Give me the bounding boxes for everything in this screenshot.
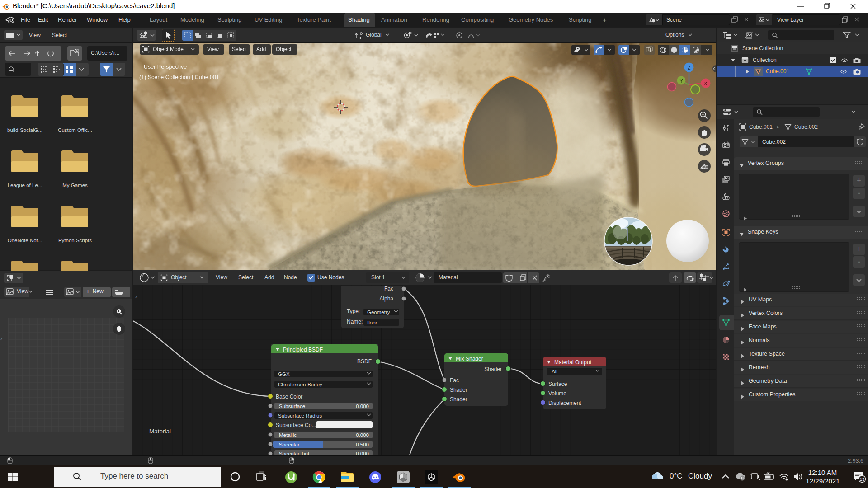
svg-text:All: All — [552, 369, 557, 374]
svg-text:Material: Material — [149, 428, 171, 435]
svg-text:User Perspective: User Perspective — [144, 64, 187, 70]
svg-text:Displacement: Displacement — [548, 400, 581, 406]
svg-text:Name:: Name: — [347, 319, 363, 325]
svg-text:Fac: Fac — [450, 377, 459, 384]
svg-text:0.500: 0.500 — [356, 442, 369, 447]
svg-text:Subsurface Co...: Subsurface Co... — [276, 422, 316, 428]
svg-text:GGX: GGX — [278, 371, 290, 377]
svg-text:Geometry: Geometry — [367, 310, 390, 315]
svg-text:›: › — [135, 293, 137, 300]
svg-text:Shader: Shader — [450, 396, 467, 403]
svg-text:Christensen-Burley: Christensen-Burley — [278, 382, 322, 387]
svg-text:Specular Tint: Specular Tint — [279, 451, 310, 456]
svg-text:Subsurface Radius: Subsurface Radius — [278, 413, 322, 418]
svg-text:Shader: Shader — [450, 387, 467, 393]
svg-text:0.000: 0.000 — [356, 432, 369, 438]
svg-text:Type:: Type: — [347, 308, 360, 314]
svg-text:Mix Shader: Mix Shader — [456, 356, 483, 362]
svg-text:13: 13 — [860, 477, 865, 482]
svg-text:Surface: Surface — [548, 381, 567, 387]
svg-text:Y: Y — [679, 78, 683, 84]
svg-text:Alpha: Alpha — [379, 296, 393, 302]
svg-text:Shader: Shader — [484, 366, 502, 372]
svg-text:Z: Z — [688, 65, 691, 70]
svg-text:Specular: Specular — [279, 442, 300, 447]
svg-text:Fac: Fac — [384, 286, 393, 292]
svg-text:0.000: 0.000 — [356, 451, 369, 456]
svg-text:Subsurface: Subsurface — [279, 404, 305, 409]
svg-text:Base Color: Base Color — [276, 394, 302, 400]
svg-text:Volume: Volume — [548, 390, 566, 397]
svg-text:BSDF: BSDF — [357, 358, 372, 365]
svg-text:0.000: 0.000 — [356, 404, 369, 409]
svg-text:Metallic: Metallic — [279, 432, 297, 438]
svg-text:(1) Scene Collection | Cube.00: (1) Scene Collection | Cube.001 — [139, 74, 219, 80]
svg-text:Material Output: Material Output — [554, 359, 592, 366]
svg-text:Principled BSDF: Principled BSDF — [283, 347, 323, 353]
svg-text:X: X — [704, 81, 708, 86]
svg-text:floor: floor — [367, 320, 377, 325]
